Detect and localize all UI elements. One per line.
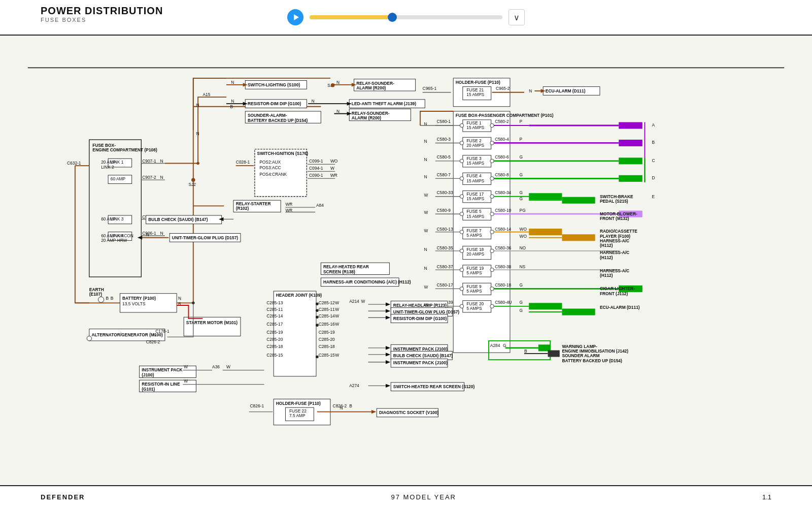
svg-point-57: [331, 83, 334, 87]
svg-text:W: W: [424, 228, 428, 233]
svg-text:N: N: [231, 99, 234, 104]
svg-text:BATTERY BACKED UP (D154): BATTERY BACKED UP (D154): [248, 118, 308, 123]
svg-text:5 AMPS: 5 AMPS: [466, 233, 482, 238]
svg-point-382: [460, 141, 463, 145]
svg-text:G: G: [520, 300, 523, 305]
svg-text:N: N: [424, 266, 427, 271]
svg-text:C580-14: C580-14: [495, 227, 511, 232]
playback-controls: [287, 9, 525, 25]
svg-text:SWITCH-HEATED REAR SCREEN (S12: SWITCH-HEATED REAR SCREEN (S120): [393, 384, 475, 389]
svg-point-367: [192, 302, 195, 305]
svg-text:ENGINE COMPARTMENT (P108): ENGINE COMPARTMENT (P108): [92, 147, 157, 152]
svg-text:C580-36: C580-36: [495, 245, 511, 250]
svg-text:C632-1: C632-1: [67, 161, 81, 166]
svg-point-42: [87, 336, 91, 341]
svg-text:G: G: [520, 308, 523, 313]
svg-text:C285-18: C285-18: [266, 344, 283, 349]
svg-text:C099-1: C099-1: [309, 158, 323, 164]
svg-text:BATTERY (P100): BATTERY (P100): [122, 296, 156, 301]
svg-text:ECU-ALARM (D111): ECU-ALARM (D111): [546, 88, 586, 93]
svg-point-381: [460, 123, 463, 127]
svg-rect-359: [548, 351, 559, 357]
svg-text:15 AMPS: 15 AMPS: [466, 196, 484, 201]
svg-text:C580-34: C580-34: [495, 190, 511, 195]
svg-text:POS2:AUX: POS2:AUX: [259, 160, 281, 165]
svg-text:15 AMPS: 15 AMPS: [466, 125, 484, 130]
svg-point-383: [460, 159, 463, 163]
svg-text:N: N: [424, 139, 427, 144]
svg-text:C285-19: C285-19: [266, 330, 283, 335]
svg-text:HOLDER-FUSE (P110): HOLDER-FUSE (P110): [276, 401, 321, 406]
svg-rect-149: [529, 193, 562, 200]
svg-text:G: G: [520, 154, 523, 160]
svg-text:A274: A274: [349, 383, 359, 388]
svg-text:C965-2: C965-2: [496, 86, 510, 91]
svg-text:HOLDER-FUSE (P110): HOLDER-FUSE (P110): [456, 80, 500, 85]
svg-text:C285-20: C285-20: [319, 337, 335, 342]
svg-text:C580-6: C580-6: [495, 154, 509, 160]
svg-text:C285-17: C285-17: [266, 322, 283, 327]
svg-text:N: N: [424, 247, 427, 252]
svg-text:C580-35: C580-35: [437, 245, 453, 250]
svg-text:C826-2: C826-2: [146, 339, 160, 344]
svg-text:N: N: [178, 296, 181, 301]
svg-text:N: N: [529, 88, 532, 93]
svg-text:UNIT-TIMER-GLOW PLUG (D157): UNIT-TIMER-GLOW PLUG (D157): [172, 235, 238, 240]
svg-text:D: D: [652, 175, 655, 180]
svg-text:C580-1: C580-1: [437, 119, 451, 124]
svg-text:15 AMPS: 15 AMPS: [466, 92, 484, 97]
svg-text:(G101): (G101): [142, 387, 155, 392]
svg-text:WO: WO: [520, 227, 527, 232]
svg-text:20 AMPS: 20 AMPS: [466, 143, 484, 148]
svg-rect-225: [562, 309, 595, 315]
svg-text:UNIT-TIMER-GLOW PLUG (D157): UNIT-TIMER-GLOW PLUG (D157): [393, 309, 459, 314]
progress-bar[interactable]: [310, 15, 502, 19]
svg-text:C826-1: C826-1: [250, 403, 264, 408]
svg-rect-178: [562, 234, 595, 241]
svg-marker-297: [386, 309, 390, 312]
svg-text:W: W: [424, 302, 428, 307]
svg-point-287: [316, 356, 319, 359]
svg-text:G: G: [520, 196, 523, 201]
footer-vehicle: DEFENDER: [41, 493, 85, 501]
svg-point-393: [490, 141, 494, 145]
svg-text:WR: WR: [285, 202, 292, 207]
svg-text:G: G: [520, 172, 523, 177]
svg-text:60 AMP: 60 AMP: [111, 176, 126, 181]
svg-text:15 AMPS: 15 AMPS: [466, 178, 484, 183]
svg-text:INSTRUMENT PACK (J100): INSTRUMENT PACK (J100): [393, 360, 448, 365]
svg-text:NO: NO: [520, 245, 526, 250]
svg-rect-222: [529, 303, 562, 309]
svg-text:BULB CHECK (SAUDI) (B147): BULB CHECK (SAUDI) (B147): [148, 217, 208, 222]
svg-point-397: [490, 212, 494, 215]
dropdown-button[interactable]: [509, 9, 525, 25]
svg-text:BULB CHECK (SAUDI) (B147): BULB CHECK (SAUDI) (B147): [393, 353, 453, 358]
svg-text:N: N: [160, 175, 163, 180]
svg-point-283: [316, 302, 319, 305]
svg-marker-301: [386, 315, 390, 319]
svg-text:7.5 AMP: 7.5 AMP: [289, 413, 306, 418]
svg-text:STARTER MOTOR (M101): STARTER MOTOR (M101): [186, 320, 238, 325]
svg-text:C285-20: C285-20: [266, 337, 283, 342]
play-button[interactable]: [287, 9, 303, 25]
svg-text:C285-14: C285-14: [266, 313, 283, 319]
svg-text:W: W: [335, 353, 339, 358]
svg-text:N: N: [160, 231, 163, 236]
svg-text:DIAGNOSTIC SOCKET (V100): DIAGNOSTIC SOCKET (V100): [379, 410, 438, 415]
svg-point-401: [490, 287, 494, 291]
svg-text:ALARM (R200): ALARM (R200): [356, 85, 386, 90]
svg-text:POS4:CRANK: POS4:CRANK: [259, 172, 287, 177]
svg-text:W: W: [424, 193, 428, 198]
svg-text:B: B: [111, 296, 114, 301]
svg-text:G: G: [520, 282, 523, 288]
svg-text:E: E: [652, 194, 655, 199]
progress-thumb[interactable]: [388, 13, 397, 22]
svg-point-399: [490, 249, 494, 252]
svg-point-384: [460, 177, 463, 180]
svg-text:ECU-ALARM (D111): ECU-ALARM (D111): [600, 305, 640, 310]
svg-text:C965-1: C965-1: [423, 86, 437, 91]
svg-text:C285-14: C285-14: [319, 313, 335, 319]
svg-text:C285-11: C285-11: [266, 307, 283, 312]
svg-text:(J100): (J100): [142, 372, 154, 377]
svg-text:C580-38: C580-38: [495, 264, 511, 269]
